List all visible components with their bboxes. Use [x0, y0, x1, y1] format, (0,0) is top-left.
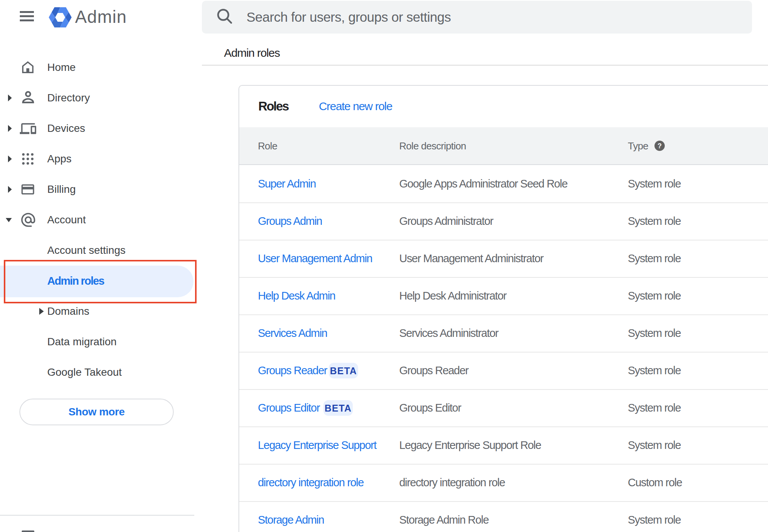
- svg-text:?: ?: [658, 142, 662, 150]
